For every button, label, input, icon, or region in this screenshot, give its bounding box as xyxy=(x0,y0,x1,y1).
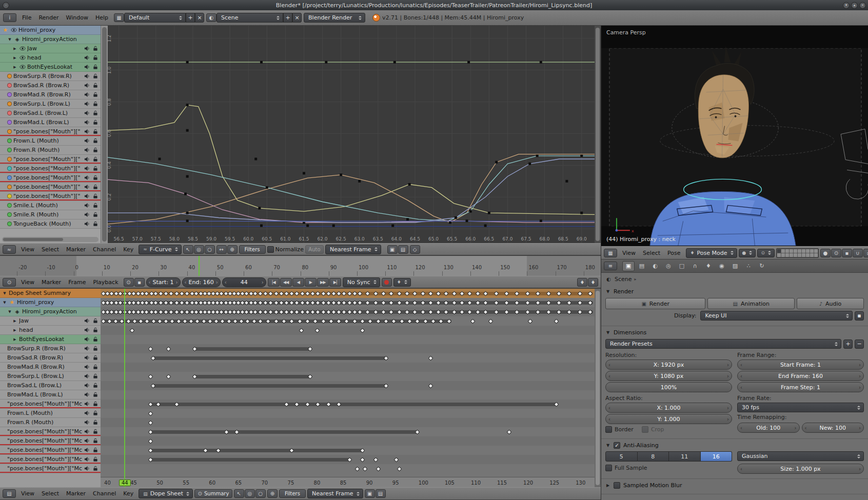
dope-mode-dropdown[interactable]: ▤Dope Sheet xyxy=(139,489,193,498)
channel-row[interactable]: ▼◈Hiromi_proxyAction xyxy=(0,35,101,44)
layer-cell[interactable] xyxy=(806,249,810,253)
channel-row[interactable]: "pose.bones["Mouth"]["Mc xyxy=(0,446,101,455)
channel-row[interactable]: Frown.L (Mouth) xyxy=(0,409,101,418)
menu-frame[interactable]: Frame xyxy=(65,278,89,287)
lock-icon[interactable] xyxy=(92,346,98,351)
channel-row[interactable]: BrowSad.L (Brow.L) xyxy=(0,381,101,390)
render-tab[interactable]: ▣ xyxy=(622,261,635,271)
object-tab[interactable]: □ xyxy=(676,261,688,271)
channel-row[interactable]: Frown.L (Mouth) xyxy=(0,136,101,146)
menu-help[interactable]: Help xyxy=(92,13,112,22)
proportional-icon[interactable]: ○ xyxy=(255,489,266,498)
eye-icon[interactable] xyxy=(19,55,26,60)
mute-speaker-icon[interactable] xyxy=(84,466,90,471)
keyframe-row[interactable] xyxy=(101,409,595,418)
channel-row[interactable]: BrowSad.L (Brow.L) xyxy=(0,109,101,118)
layer-cell[interactable] xyxy=(802,249,805,253)
channel-row[interactable]: ▶Jaw xyxy=(0,44,101,53)
channel-row[interactable]: BrowSurp.R (Brow.R) xyxy=(0,72,101,81)
display-mode-dropdown[interactable]: Keep UI xyxy=(700,311,853,321)
breadcrumb-scene[interactable]: Scene xyxy=(615,276,632,283)
mute-speaker-icon[interactable] xyxy=(84,383,90,388)
keyframe-point[interactable] xyxy=(186,129,189,132)
resolution-x-field[interactable]: X: 1920 px xyxy=(605,359,732,370)
layer-cell[interactable] xyxy=(777,249,781,253)
dope-frame-ruler[interactable]: 4045505560657075808590951001051101151201… xyxy=(101,477,595,487)
menu-select[interactable]: Select xyxy=(38,489,63,498)
keyframe[interactable] xyxy=(360,328,365,333)
keyframe-row[interactable] xyxy=(101,344,595,353)
lock-icon[interactable] xyxy=(92,184,98,190)
pivot-point-icon[interactable]: ⊙ xyxy=(831,249,841,257)
channel-row[interactable]: ▶BothEyesLookat xyxy=(0,63,101,72)
scrollbar-handle[interactable] xyxy=(102,27,107,242)
lock-icon[interactable] xyxy=(92,83,98,88)
current-frame-line[interactable] xyxy=(124,289,125,487)
keyframe-point[interactable] xyxy=(488,212,490,214)
keyframe-row[interactable] xyxy=(101,390,595,399)
collapse-icon[interactable]: ▼ xyxy=(605,443,610,448)
channel-row[interactable]: BrowMad.R (Brow.R) xyxy=(0,363,101,372)
menu-select[interactable]: Select xyxy=(639,249,664,257)
lock-icon[interactable] xyxy=(92,429,98,434)
keyframe-point[interactable] xyxy=(258,207,261,209)
pivot-point-dropdown[interactable]: ⊙ xyxy=(757,249,775,257)
timeline-editor[interactable]: -20-100102030405060708090100110120130140… xyxy=(0,255,601,276)
keyframe-point[interactable] xyxy=(303,172,305,174)
data-tab[interactable]: ♦ xyxy=(702,261,715,271)
channel-row[interactable]: Smile.R (Mouth) xyxy=(0,210,101,219)
graph-channel-hscrollbar[interactable] xyxy=(2,237,98,242)
constraints-tab[interactable]: ∩ xyxy=(689,261,701,271)
keyframe[interactable] xyxy=(428,355,433,361)
pivot-icon[interactable]: ◎ xyxy=(245,489,255,498)
add-scene-button[interactable]: + xyxy=(283,13,292,23)
channel-row[interactable]: "pose.bones["Mouth"][" xyxy=(0,155,101,164)
expand-toggle-icon[interactable]: ▼ xyxy=(7,37,12,42)
menu-view[interactable]: View xyxy=(17,245,38,254)
paste-keyframes-icon[interactable]: ▤ xyxy=(398,245,408,254)
channel-row[interactable]: BrowMad.L (Brow.L) xyxy=(0,118,101,127)
end-frame-field[interactable]: End: 160 xyxy=(182,277,221,287)
channel-row[interactable]: "pose.bones["Mouth"][" xyxy=(0,164,101,173)
auto-snap-dropdown[interactable]: Nearest Frame xyxy=(307,489,363,498)
keyframe-point[interactable] xyxy=(260,224,263,227)
aa-size-field[interactable]: Size: 1.000 px xyxy=(737,464,864,474)
copy-keyframes-icon[interactable]: ▣ xyxy=(387,245,398,254)
resolution-percentage-field[interactable]: 100% xyxy=(605,382,732,392)
delete-layout-button[interactable]: × xyxy=(195,13,204,23)
keyframe[interactable] xyxy=(299,328,304,333)
layer-cell[interactable] xyxy=(794,249,797,253)
mute-speaker-icon[interactable] xyxy=(84,447,90,453)
lock-icon[interactable] xyxy=(92,147,98,153)
channel-row[interactable]: BrowMad.R (Brow.R) xyxy=(0,90,101,99)
menu-marker[interactable]: Marker xyxy=(38,278,65,287)
cursor-icon[interactable]: ↖ xyxy=(234,489,244,498)
motion-blur-checkbox[interactable] xyxy=(614,482,620,489)
keyframe[interactable] xyxy=(166,374,171,379)
editor-type-selector[interactable]: ▤ xyxy=(3,489,16,498)
current-frame-line[interactable] xyxy=(199,256,200,276)
mute-speaker-icon[interactable] xyxy=(84,355,90,361)
lock-icon[interactable] xyxy=(92,156,98,162)
menu-view[interactable]: View xyxy=(619,249,639,257)
keyframe-row[interactable] xyxy=(101,381,595,390)
keyframe[interactable] xyxy=(376,466,381,471)
keyframe-row[interactable] xyxy=(101,316,595,326)
viewport-shading-icon[interactable]: ● xyxy=(820,249,831,257)
eye-icon[interactable] xyxy=(10,28,17,32)
keyframe[interactable] xyxy=(428,383,433,388)
mute-speaker-icon[interactable] xyxy=(84,401,90,407)
layer-cell[interactable] xyxy=(810,249,814,253)
menu-marker[interactable]: Marker xyxy=(63,245,89,254)
channel-row[interactable]: Smile.L (Mouth) xyxy=(0,201,101,210)
resolution-y-field[interactable]: Y: 1080 px xyxy=(605,371,732,381)
mute-speaker-icon[interactable] xyxy=(84,410,90,416)
full-sample-checkbox[interactable] xyxy=(605,465,612,471)
ghost-curves-icon[interactable]: ◇ xyxy=(410,245,420,254)
layer-cell[interactable] xyxy=(785,249,789,253)
start-frame-field[interactable]: Start: 1 xyxy=(146,277,181,287)
menu-marker[interactable]: Marker xyxy=(63,489,89,498)
channel-row[interactable]: BrowSurp.L (Brow.L) xyxy=(0,99,101,109)
remap-old-field[interactable]: Old: 100 xyxy=(737,423,800,433)
collapse-icon[interactable]: ▼ xyxy=(605,289,610,294)
